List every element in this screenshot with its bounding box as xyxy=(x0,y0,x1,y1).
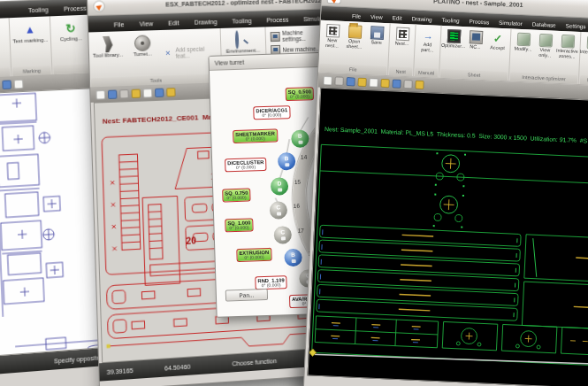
window-right: PLATINO - nest - Sample_2001 File View E… xyxy=(302,0,588,386)
new-nest-icon xyxy=(325,24,340,38)
cycling-button[interactable]: ↻ Cycling... xyxy=(52,17,90,65)
modify-button[interactable]: Modify... xyxy=(511,31,534,73)
open-sheet-button[interactable]: Open sheet... xyxy=(343,23,366,65)
nest-drawing-green xyxy=(309,138,588,383)
ribbon-group-label-manual: Manual xyxy=(415,68,438,78)
menu-tab-view[interactable]: View xyxy=(366,12,387,23)
view-only-button[interactable]: View only... xyxy=(533,32,556,73)
turret-callout[interactable]: DICECLUSTER0° (0.000) xyxy=(225,158,267,173)
interactive-button[interactable]: Interactive... xyxy=(581,34,588,75)
menu-tab-process[interactable]: Process xyxy=(259,13,295,27)
quickbar-icon[interactable] xyxy=(143,89,152,97)
tool-library-button[interactable]: Tool library... xyxy=(90,33,126,77)
add-special-icon: × xyxy=(163,48,172,58)
quickbar-icon[interactable] xyxy=(119,89,129,99)
optimizer-icon xyxy=(447,29,461,43)
text-marking-icon: ▲ xyxy=(21,21,38,38)
menu-tab-file[interactable]: File xyxy=(106,19,131,32)
menu-tab-drawing[interactable]: Drawing xyxy=(187,16,224,29)
radan-logo-icon[interactable] xyxy=(327,0,342,4)
turret-icon xyxy=(134,35,150,51)
turret-button[interactable]: Turret... xyxy=(126,32,160,76)
add-part-icon: → xyxy=(421,28,435,42)
save-icon xyxy=(370,26,384,40)
text-marking-button[interactable]: ▲ Text marking... xyxy=(11,19,50,66)
new-nest-button[interactable]: New nest... xyxy=(321,22,344,64)
machine-settings-icon xyxy=(270,31,279,41)
view-only-icon xyxy=(538,34,553,48)
quickbar-icon[interactable] xyxy=(346,77,355,86)
ribbon-group-label-marking: Marking xyxy=(12,66,51,76)
menu-tab-edit[interactable]: Edit xyxy=(387,12,406,24)
quickbar-icon[interactable] xyxy=(392,79,401,88)
ribbon-tab-tooling[interactable]: Tooling xyxy=(20,4,56,18)
quickbar-icon[interactable] xyxy=(155,89,164,97)
tool-library-icon xyxy=(99,36,116,53)
ribbon-group-label-nest: Nest xyxy=(389,66,412,76)
cycling-icon: ↻ xyxy=(62,19,79,36)
station-number: 15 xyxy=(294,179,301,185)
station-number: 16 xyxy=(294,203,300,209)
modify-icon xyxy=(516,33,531,47)
interactive-zones-button[interactable]: Interactive zones... xyxy=(555,33,578,74)
accept-icon: ✓ xyxy=(491,31,505,45)
quickbar-icon[interactable] xyxy=(334,76,343,85)
optimizer-button[interactable]: Optimizer... xyxy=(441,27,464,69)
menu-tab-view[interactable]: View xyxy=(132,18,160,31)
quickbar-icon[interactable] xyxy=(14,80,24,89)
dialog-title: View turret xyxy=(215,59,245,66)
svg-text:20: 20 xyxy=(186,235,196,246)
tool-button[interactable]: tool... xyxy=(0,19,9,68)
menu-tab-tooling[interactable]: Tooling xyxy=(225,15,259,28)
quickbar-icon[interactable] xyxy=(403,80,412,89)
quickbar-icon[interactable] xyxy=(96,90,106,100)
turret-callout[interactable]: SQ_1.0000° (0.000) xyxy=(225,218,254,232)
turret-callout[interactable]: EXTRUSION0° (0.000) xyxy=(236,248,271,263)
turret-callout[interactable]: SQ_0.5000° (0.000) xyxy=(286,87,315,101)
quickbar-icon[interactable] xyxy=(108,89,118,99)
quickbar-icon[interactable] xyxy=(131,89,141,97)
radan-logo-icon[interactable] xyxy=(93,0,105,12)
statusbar-coord-x: 39.39165 xyxy=(107,365,165,374)
quickbar-icon[interactable] xyxy=(369,78,378,87)
statusbar-coord-y: 64.50460 xyxy=(164,361,222,371)
nest-button[interactable]: Nest... xyxy=(390,25,413,66)
quickbar-icon[interactable] xyxy=(2,80,11,89)
menu-tab-file[interactable]: File xyxy=(347,11,366,22)
station-number: 17 xyxy=(298,228,304,234)
menu-tab-edit[interactable]: Edit xyxy=(161,17,187,30)
composite-screenshot: Tooling Process Simulator Database tool.… xyxy=(0,0,588,386)
nc-button[interactable]: NC... xyxy=(463,28,486,70)
quickbar-icon[interactable] xyxy=(415,81,424,89)
accept-button[interactable]: ✓ Accept xyxy=(485,29,508,71)
machine-settings-button[interactable]: Machine settings... xyxy=(267,28,326,42)
quickbar-icon[interactable] xyxy=(357,78,366,87)
statusbar-message: Choose function xyxy=(232,358,277,367)
pan-button[interactable]: Pan... xyxy=(225,289,268,302)
turret-callout[interactable]: DICER/ACG10° (0.000) xyxy=(253,105,290,120)
environment-icon xyxy=(234,32,251,49)
interactive-zones-icon xyxy=(561,35,575,49)
nc-icon xyxy=(469,30,483,44)
nest-icon xyxy=(395,27,409,42)
station-number: 14 xyxy=(301,153,307,159)
nest-canvas-right[interactable]: Nest: Sample_2001 Material: PL_MS L5 Thi… xyxy=(308,88,588,386)
turret-callout[interactable]: SQ_0.7500° (0.000) xyxy=(222,189,251,203)
turret-callout[interactable]: SHEETMARKER0° (0.000) xyxy=(233,129,278,144)
quickbar-icon[interactable] xyxy=(166,88,175,96)
quickbar-icon[interactable] xyxy=(380,79,389,88)
open-sheet-icon xyxy=(347,25,362,39)
add-part-button[interactable]: → Add part... xyxy=(416,27,439,68)
quickbar-icon[interactable] xyxy=(323,76,332,85)
save-button[interactable]: Save xyxy=(365,24,388,66)
